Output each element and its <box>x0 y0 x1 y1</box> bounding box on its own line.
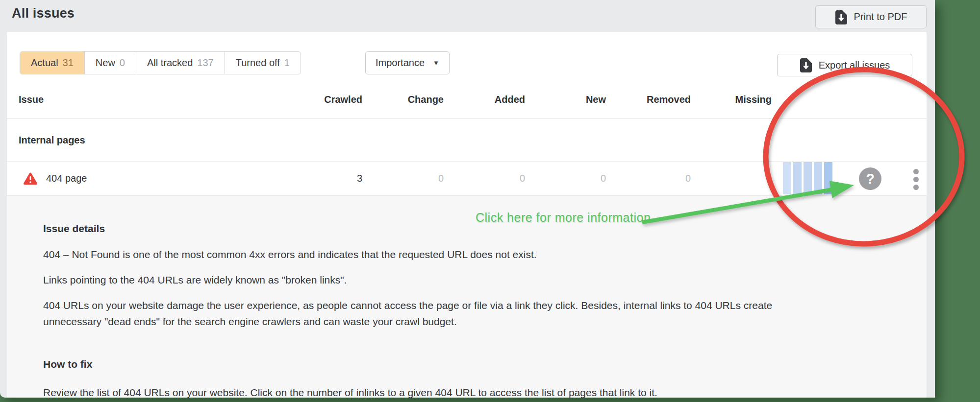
issue-details-paragraph-3: 404 URLs on your website damage the user… <box>43 297 810 330</box>
download-document-icon <box>800 58 812 72</box>
tab-new[interactable]: New 0 <box>85 52 136 74</box>
kebab-dot <box>913 177 919 182</box>
tab-new-label: New <box>96 57 115 69</box>
cell-crawled[interactable]: 3 <box>284 173 362 184</box>
column-header-issue[interactable]: Issue <box>19 94 284 105</box>
kebab-dot <box>913 185 919 190</box>
annotation-click-here-text: Click here for more information <box>476 211 651 225</box>
table-header-row: Issue Crawled Change Added New Removed M… <box>7 81 927 119</box>
kebab-dot <box>913 169 919 174</box>
section-label: Internal pages <box>19 135 284 146</box>
print-to-pdf-button[interactable]: Print to PDF <box>815 5 927 28</box>
cell-new: 0 <box>525 173 606 184</box>
print-to-pdf-label: Print to PDF <box>854 11 907 23</box>
issue-details-panel: Click here for more information Issue de… <box>7 196 927 398</box>
tab-all-tracked-label: All tracked <box>147 57 193 69</box>
column-header-missing[interactable]: Missing <box>691 94 772 105</box>
tab-actual[interactable]: Actual 31 <box>20 52 85 74</box>
help-question-icon[interactable]: ? <box>859 167 881 190</box>
issues-card: Actual 31 New 0 All tracked 137 Turned o… <box>7 32 927 398</box>
tab-actual-label: Actual <box>31 57 58 69</box>
tab-actual-count: 31 <box>63 57 74 69</box>
how-to-fix-paragraph: Review the list of 404 URLs on your webs… <box>43 384 657 401</box>
cell-missing: 0 <box>691 173 772 184</box>
column-header-change[interactable]: Change <box>362 94 444 105</box>
table-row[interactable]: 404 page 3 0 0 0 0 0 ? <box>7 162 927 196</box>
cell-removed: 0 <box>606 173 691 184</box>
issue-details-paragraph-1: 404 – Not Found is one of the most commo… <box>43 246 537 262</box>
history-bar <box>793 162 802 194</box>
how-to-fix-heading: How to fix <box>43 358 92 370</box>
row-actions-kebab-menu[interactable] <box>913 169 919 190</box>
issue-filter-tabs: Actual 31 New 0 All tracked 137 Turned o… <box>20 51 301 74</box>
history-bar <box>804 162 812 194</box>
app-window: All issues Print to PDF Actual 31 New 0 … <box>0 0 935 398</box>
tab-all-tracked[interactable]: All tracked 137 <box>136 52 225 74</box>
issue-history-mini-chart[interactable] <box>783 162 832 194</box>
warning-triangle-icon <box>24 172 37 185</box>
desktop: { "page": { "title": "All issues" }, "he… <box>0 0 980 402</box>
tab-new-count: 0 <box>120 57 125 69</box>
history-bar <box>783 162 791 194</box>
tab-turned-off-count: 1 <box>284 57 290 69</box>
issue-details-heading: Issue details <box>43 223 105 235</box>
importance-dropdown[interactable]: Importance ▼ <box>365 51 450 74</box>
column-header-crawled[interactable]: Crawled <box>284 94 362 105</box>
column-header-new[interactable]: New <box>525 94 606 105</box>
issue-name-link[interactable]: 404 page <box>46 173 87 184</box>
chevron-down-icon: ▼ <box>433 59 439 67</box>
issue-details-paragraph-2: Links pointing to the 404 URLs are widel… <box>43 272 347 288</box>
history-bar <box>824 162 832 194</box>
tab-turned-off[interactable]: Turned off 1 <box>225 52 301 74</box>
tab-all-tracked-count: 137 <box>197 57 213 69</box>
cell-added: 0 <box>444 173 525 184</box>
column-header-removed[interactable]: Removed <box>606 94 691 105</box>
column-header-added[interactable]: Added <box>444 94 525 105</box>
export-all-issues-button[interactable]: Export all issues <box>777 54 912 76</box>
page-title: All issues <box>12 6 75 21</box>
section-row-internal-pages: Internal pages <box>7 119 927 162</box>
history-bar <box>814 162 822 194</box>
tab-turned-off-label: Turned off <box>236 57 280 69</box>
export-all-issues-label: Export all issues <box>819 60 890 71</box>
importance-label: Importance <box>376 57 425 69</box>
download-document-icon <box>835 10 848 24</box>
cell-change: 0 <box>362 173 444 184</box>
